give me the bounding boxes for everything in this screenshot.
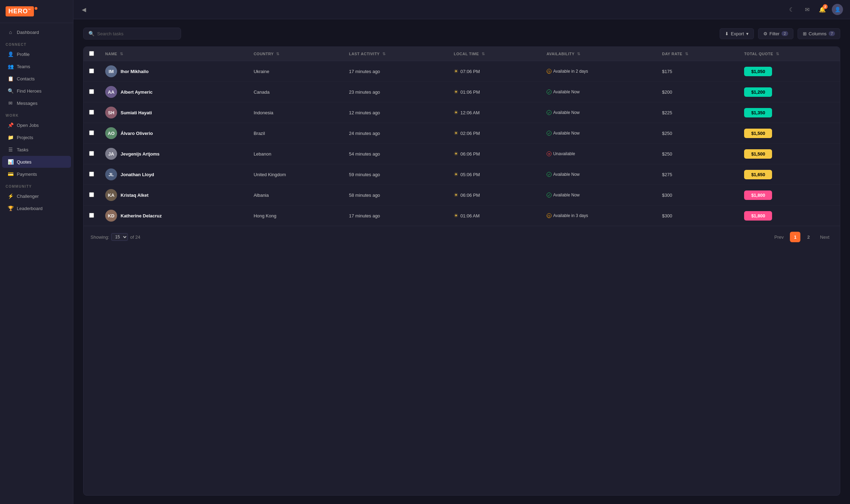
search-input[interactable]	[97, 31, 176, 36]
sidebar-item-dashboard[interactable]: ⌂ Dashboard	[2, 26, 71, 38]
col-header-day-rate[interactable]: DAY RATE ⇅	[656, 47, 739, 61]
availability-text: Available in 2 days	[553, 69, 588, 74]
sun-icon: ☀	[454, 151, 458, 157]
row-checkbox-cell[interactable]	[84, 61, 100, 82]
quotes-table: NAME ⇅ COUNTRY ⇅ LAST ACTIVITY ⇅ LOCAL	[84, 47, 840, 226]
row-checkbox-cell[interactable]	[84, 164, 100, 185]
sun-icon: ☀	[454, 171, 458, 178]
table-row[interactable]: JA Jevgenijs Artjoms Lebanon 54 minutes …	[84, 144, 840, 164]
sidebar-item-profile[interactable]: 👤 Profile	[2, 48, 71, 60]
logo-area: HERO™	[0, 0, 73, 23]
col-header-total-quote[interactable]: TOTAL QUOTE ⇅	[739, 47, 840, 61]
total-quote-badge[interactable]: $1,800	[744, 211, 772, 221]
next-button[interactable]: Next	[816, 232, 833, 242]
collapse-sidebar-button[interactable]: ◀	[80, 5, 87, 14]
table-row[interactable]: AO Álvaro Oliverio Brazil 24 minutes ago…	[84, 123, 840, 144]
showing-label: Showing: 15 25 50 of 24	[91, 233, 140, 241]
row-day-rate-cell: $250	[656, 144, 739, 164]
columns-button[interactable]: ⊞ Columns 7	[798, 28, 840, 39]
total-quote-badge[interactable]: $1,500	[744, 149, 772, 159]
row-local-time-cell: ☀ 12:06 AM	[448, 102, 541, 123]
sidebar-item-label: Contacts	[17, 76, 35, 81]
search-box[interactable]: 🔍	[83, 28, 181, 39]
row-local-time-cell: ☀ 02:06 PM	[448, 123, 541, 144]
row-name-cell: JL Jonathan Lloyd	[100, 164, 248, 185]
sidebar-item-payments[interactable]: 💳 Payments	[2, 168, 71, 180]
col-header-availability[interactable]: AVAILABILITY ⇅	[541, 47, 657, 61]
row-last-activity-cell: 17 minutes ago	[343, 61, 448, 82]
col-header-country[interactable]: COUNTRY ⇅	[248, 47, 344, 61]
page-number-2[interactable]: 2	[803, 232, 814, 242]
table-row[interactable]: KA Kristaq Alket Albania 58 minutes ago …	[84, 185, 840, 206]
table-row[interactable]: SH Sumiati Hayati Indonesia 12 minutes a…	[84, 102, 840, 123]
export-button[interactable]: ⬇ Export ▾	[720, 28, 754, 39]
row-checkbox[interactable]	[89, 69, 94, 73]
total-quote-badge[interactable]: $1,650	[744, 170, 772, 179]
sidebar-item-messages[interactable]: ✉ Messages	[2, 97, 71, 109]
row-checkbox[interactable]	[89, 213, 94, 218]
header-checkbox-cell[interactable]	[84, 47, 100, 61]
section-label-work: WORK	[0, 109, 73, 119]
page-size-select[interactable]: 15 25 50	[111, 233, 128, 241]
total-quote-badge[interactable]: $1,350	[744, 108, 772, 117]
time-value: 01:06 AM	[460, 213, 480, 218]
row-checkbox-cell[interactable]	[84, 123, 100, 144]
col-header-local-time[interactable]: LOCAL TIME ⇅	[448, 47, 541, 61]
sidebar-item-quotes[interactable]: 📊 Quotes	[2, 156, 71, 168]
prev-button[interactable]: Prev	[771, 232, 787, 242]
sidebar-item-challenger[interactable]: ⚡ Challenger	[2, 190, 71, 202]
row-local-time-cell: ☀ 06:06 PM	[448, 144, 541, 164]
sidebar-item-contacts[interactable]: 📋 Contacts	[2, 73, 71, 85]
sidebar-item-label: Messages	[17, 101, 37, 106]
availability-dot: ✓	[547, 110, 552, 115]
sort-icon-time: ⇅	[482, 52, 485, 56]
total-quote-badge[interactable]: $1,800	[744, 190, 772, 200]
mail-icon[interactable]: ✉	[801, 3, 813, 15]
total-quote-badge[interactable]: $1,500	[744, 129, 772, 138]
sort-icon-quote: ⇅	[776, 52, 779, 56]
col-header-last-activity[interactable]: LAST ACTIVITY ⇅	[343, 47, 448, 61]
row-checkbox-cell[interactable]	[84, 185, 100, 206]
row-checkbox-cell[interactable]	[84, 206, 100, 226]
row-checkbox-cell[interactable]	[84, 102, 100, 123]
sidebar-item-projects[interactable]: 📁 Projects	[2, 131, 71, 143]
open-jobs-icon: 📌	[8, 122, 13, 128]
row-country-cell: United Kingdom	[248, 164, 344, 185]
person-name: Kristaq Alket	[121, 193, 149, 198]
dark-mode-toggle[interactable]: ☾	[786, 3, 798, 15]
total-quote-badge[interactable]: $1,200	[744, 87, 772, 97]
row-checkbox[interactable]	[89, 151, 94, 156]
table-row[interactable]: JL Jonathan Lloyd United Kingdom 59 minu…	[84, 164, 840, 185]
col-header-name[interactable]: NAME ⇅	[100, 47, 248, 61]
row-checkbox[interactable]	[89, 130, 94, 135]
notifications-button[interactable]: 🔔 2	[816, 3, 828, 15]
columns-count: 7	[829, 31, 835, 36]
user-avatar[interactable]: 👤	[832, 4, 843, 15]
row-checkbox-cell[interactable]	[84, 82, 100, 102]
teams-icon: 👥	[8, 64, 13, 69]
table-row[interactable]: IM Ihor Mikhailo Ukraine 17 minutes ago …	[84, 61, 840, 82]
sun-icon: ☀	[454, 130, 458, 136]
table-row[interactable]: AA Albert Aymeric Canada 23 minutes ago …	[84, 82, 840, 102]
sun-icon: ☀	[454, 213, 458, 219]
messages-icon: ✉	[8, 100, 13, 106]
sidebar-item-leaderboard[interactable]: 🏆 Leaderboard	[2, 202, 71, 214]
availability-text: Unavailable	[553, 151, 575, 156]
sidebar-item-teams[interactable]: 👥 Teams	[2, 60, 71, 72]
filter-button[interactable]: ⚙ Filter 2	[758, 28, 793, 39]
select-all-checkbox[interactable]	[89, 51, 94, 56]
sidebar-item-label: Dashboard	[17, 30, 39, 35]
row-country-cell: Albania	[248, 185, 344, 206]
row-checkbox[interactable]	[89, 89, 94, 94]
total-quote-badge[interactable]: $1,050	[744, 67, 772, 76]
sidebar-item-find-heroes[interactable]: 🔍 Find Heroes	[2, 85, 71, 97]
row-checkbox[interactable]	[89, 172, 94, 177]
sidebar-item-tasks[interactable]: ☰ Tasks	[2, 144, 71, 156]
page-number-1[interactable]: 1	[790, 232, 800, 242]
row-last-activity-cell: 12 minutes ago	[343, 102, 448, 123]
row-checkbox[interactable]	[89, 192, 94, 197]
row-checkbox-cell[interactable]	[84, 144, 100, 164]
table-row[interactable]: KD Katherine Delacruz Hong Kong 17 minut…	[84, 206, 840, 226]
row-checkbox[interactable]	[89, 110, 94, 115]
sidebar-item-open-jobs[interactable]: 📌 Open Jobs	[2, 119, 71, 131]
